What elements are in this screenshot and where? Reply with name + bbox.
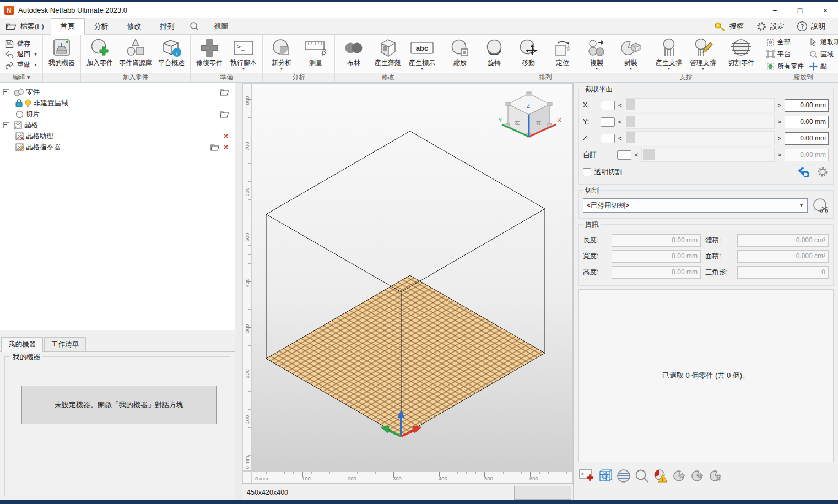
clip-custom-slider[interactable] bbox=[641, 148, 774, 162]
reset-clipping-icon[interactable] bbox=[798, 166, 811, 177]
new-script-button[interactable]: >_ bbox=[579, 469, 594, 483]
boolean-button[interactable]: 布林 bbox=[337, 36, 371, 73]
horizontal-splitter[interactable] bbox=[0, 330, 235, 335]
lattice-view-button[interactable] bbox=[598, 469, 613, 483]
view-cube[interactable]: Y X Z 左 前 bbox=[494, 91, 564, 145]
undo-button[interactable]: 退回▼ bbox=[5, 50, 37, 59]
pack-button[interactable]: 封裝 ▼ bbox=[614, 36, 648, 73]
shell-next-button[interactable] bbox=[690, 469, 705, 483]
undo-menu-arrow[interactable]: ▼ bbox=[34, 52, 37, 57]
delete-icon[interactable] bbox=[223, 144, 229, 150]
clip-z-slider[interactable] bbox=[625, 131, 774, 145]
clip-y-slider[interactable] bbox=[625, 115, 774, 129]
help-button[interactable]: ? 說明 bbox=[792, 21, 830, 32]
minimize-button[interactable]: − bbox=[762, 2, 787, 18]
tree-item-no-build-zone[interactable]: 非建置區域 bbox=[0, 97, 235, 109]
repair-part-button[interactable]: 修復零件 bbox=[192, 36, 226, 73]
clip-custom-checkbox[interactable] bbox=[617, 150, 631, 160]
slider-right-arrow[interactable] bbox=[778, 151, 781, 158]
clipping-settings-gear-icon[interactable] bbox=[817, 166, 829, 178]
tab-job-list[interactable]: 工作清單 bbox=[44, 337, 86, 351]
tab-home[interactable]: 首頁 bbox=[51, 18, 85, 35]
cut-parts-button[interactable]: 切割零件 bbox=[724, 36, 758, 73]
tree-item-lattice-assistant[interactable]: A 晶格助理 bbox=[0, 131, 235, 142]
part-library-button[interactable]: 零件資源庫 bbox=[117, 36, 154, 73]
run-scripts-button[interactable]: >_ 執行腳本 ▼ bbox=[226, 36, 261, 73]
group-label-edit[interactable]: 編輯 ▾ bbox=[0, 73, 42, 82]
zoom-all-button[interactable]: 全部 bbox=[766, 37, 804, 47]
tab-arrange[interactable]: 排列 bbox=[151, 18, 184, 34]
tab-view[interactable]: 視圖 bbox=[205, 18, 238, 34]
collapse-icon[interactable] bbox=[3, 122, 9, 128]
tab-modify[interactable]: 修改 bbox=[118, 18, 151, 34]
cuts-dropdown[interactable]: <已停用切割> ▼ bbox=[583, 198, 808, 213]
rotate-button[interactable]: 旋轉 bbox=[477, 36, 511, 73]
tab-my-machines[interactable]: 我的機器 bbox=[1, 337, 43, 352]
save-button[interactable]: 儲存 bbox=[5, 39, 37, 48]
open-folder-icon[interactable] bbox=[220, 111, 229, 118]
slice-view-button[interactable] bbox=[617, 469, 631, 483]
manage-supports-button[interactable]: 管理支撐 ▼ bbox=[686, 36, 720, 73]
slider-left-arrow[interactable] bbox=[618, 102, 621, 109]
new-analysis-menu-arrow[interactable]: ▼ bbox=[279, 67, 283, 71]
horizontal-splitter[interactable] bbox=[574, 185, 838, 189]
zoom-region-button[interactable]: 區域 bbox=[809, 50, 838, 59]
magnify-button[interactable] bbox=[635, 469, 649, 483]
setup-machine-button[interactable]: 未設定機器。開啟「我的機器」對話方塊 bbox=[21, 386, 217, 424]
clip-x-slider[interactable] bbox=[625, 98, 774, 112]
search-button[interactable] bbox=[184, 18, 205, 34]
tree-item-slices[interactable]: 切片 bbox=[0, 109, 235, 120]
slider-left-arrow[interactable] bbox=[635, 151, 638, 158]
manage-supports-menu-arrow[interactable]: ▼ bbox=[701, 67, 705, 71]
clip-x-value[interactable]: 0.00 mm bbox=[785, 99, 829, 112]
clip-z-value[interactable]: 0.00 mm bbox=[785, 132, 829, 145]
zoom-point-button[interactable]: 點 bbox=[809, 62, 838, 71]
tree-item-parts[interactable]: 零件 bbox=[0, 86, 235, 97]
tab-analysis[interactable]: 分析 bbox=[85, 18, 118, 34]
shell-grid-button[interactable] bbox=[709, 469, 723, 483]
file-menu-button[interactable]: 檔案(F) bbox=[0, 18, 51, 34]
scene-3d[interactable]: Y X Z 左 前 bbox=[252, 83, 573, 471]
transparent-cut-checkbox[interactable] bbox=[583, 168, 591, 176]
orient-button[interactable]: 定位 bbox=[545, 36, 580, 73]
clip-y-checkbox[interactable] bbox=[601, 117, 615, 127]
maximize-button[interactable]: □ bbox=[787, 2, 813, 18]
open-folder-icon[interactable] bbox=[220, 89, 229, 96]
new-analysis-button[interactable]: 新分析 ▼ bbox=[264, 36, 299, 73]
platform-overview-button[interactable]: i 平台概述 bbox=[154, 36, 188, 73]
part-warning-button[interactable]: ! bbox=[653, 469, 668, 483]
shell-prev-button[interactable] bbox=[672, 469, 686, 483]
tree-item-lattice-commander[interactable]: 晶格指令器 bbox=[0, 142, 235, 153]
scale-button[interactable]: 縮放 bbox=[443, 36, 477, 73]
slider-right-arrow[interactable] bbox=[778, 102, 781, 109]
open-folder-icon[interactable] bbox=[210, 144, 220, 151]
license-button[interactable]: 授權 bbox=[709, 21, 749, 31]
zoom-platform-button[interactable]: 平台 bbox=[766, 50, 804, 59]
tree-item-lattice[interactable]: 晶格 bbox=[0, 120, 235, 131]
clip-y-value[interactable]: 0.00 mm bbox=[785, 116, 829, 128]
slider-right-arrow[interactable] bbox=[778, 118, 781, 125]
create-labels-menu-arrow[interactable]: ▼ bbox=[420, 67, 424, 71]
collapse-icon[interactable] bbox=[3, 89, 9, 95]
move-button[interactable]: 移動 bbox=[511, 36, 545, 73]
my-machines-button[interactable]: 我的機器 bbox=[45, 36, 79, 73]
create-labels-button[interactable]: abc 產生標示 ▼ bbox=[405, 36, 439, 73]
add-part-button[interactable]: 加入零件 bbox=[83, 36, 117, 73]
clip-z-checkbox[interactable] bbox=[601, 134, 615, 143]
redo-menu-arrow[interactable]: ▼ bbox=[34, 63, 37, 67]
slider-left-arrow[interactable] bbox=[618, 135, 621, 142]
settings-button[interactable]: 設定 bbox=[751, 21, 790, 32]
create-supports-button[interactable]: 產生支撐 ▼ bbox=[652, 36, 686, 73]
clip-x-checkbox[interactable] bbox=[601, 101, 615, 110]
measure-button[interactable]: β 測量 bbox=[299, 36, 333, 73]
bulb-icon[interactable] bbox=[25, 99, 31, 107]
zoom-selection-button[interactable]: 選取項 bbox=[809, 37, 838, 47]
delete-icon[interactable] bbox=[223, 133, 229, 139]
close-button[interactable]: × bbox=[813, 2, 838, 18]
slider-left-arrow[interactable] bbox=[618, 118, 621, 125]
duplicate-button[interactable]: 複製 ▼ bbox=[580, 36, 614, 73]
run-scripts-menu-arrow[interactable]: ▼ bbox=[241, 67, 245, 71]
create-supports-menu-arrow[interactable]: ▼ bbox=[667, 67, 671, 71]
create-shell-button[interactable]: 產生薄殼 bbox=[371, 36, 405, 73]
new-cut-scissors-button[interactable] bbox=[812, 197, 829, 214]
